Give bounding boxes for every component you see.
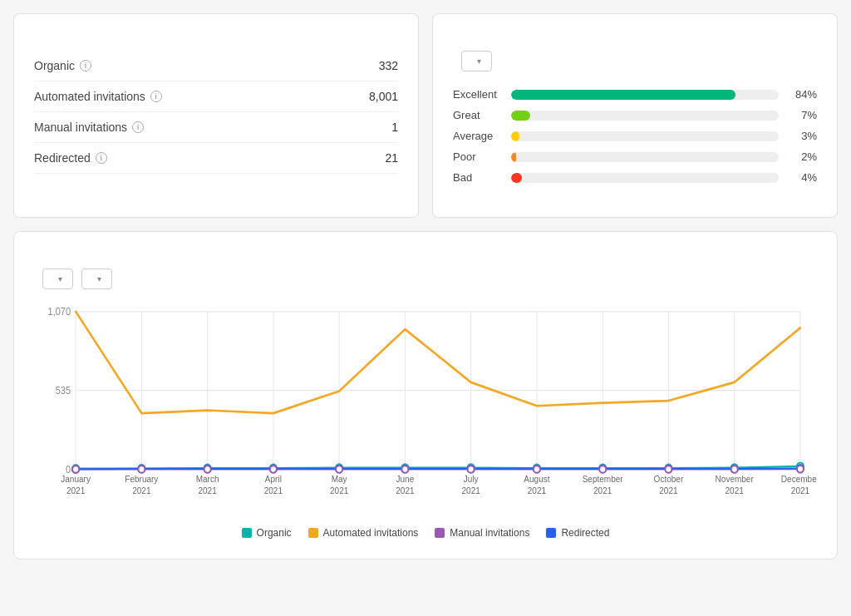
svg-point-53 — [797, 466, 804, 473]
svg-text:2021: 2021 — [593, 485, 612, 495]
star-filter-dropdown[interactable]: ▾ — [461, 51, 492, 71]
bar-fill — [511, 90, 735, 100]
svg-text:April: April — [265, 474, 282, 483]
chevron-down-icon: ▾ — [477, 57, 481, 66]
bar-track — [511, 90, 779, 100]
table-row: Redirected i 21 — [34, 143, 398, 174]
legend-color — [546, 528, 556, 538]
bar-fill — [511, 131, 519, 141]
table-row: Manual invitations i 1 — [34, 112, 398, 143]
svg-text:September: September — [583, 474, 623, 483]
star-bar-row: Bad 4% — [453, 171, 817, 184]
svg-text:2021: 2021 — [330, 485, 348, 495]
svg-text:August: August — [524, 474, 549, 483]
svg-text:535: 535 — [56, 386, 71, 396]
svg-point-52 — [731, 466, 738, 473]
total-value — [331, 174, 398, 198]
bar-pct: 7% — [787, 109, 817, 121]
legend-item: Organic — [242, 527, 292, 539]
svg-text:2021: 2021 — [528, 485, 546, 495]
legend-item: Manual invitations — [435, 527, 529, 539]
svg-point-49 — [534, 466, 540, 473]
bar-pct: 3% — [787, 130, 817, 142]
svg-point-42 — [72, 466, 79, 473]
svg-point-46 — [336, 466, 342, 473]
svg-text:2021: 2021 — [462, 485, 480, 495]
star-label: Average — [453, 130, 503, 142]
bar-fill — [511, 173, 522, 183]
bar-pct: 84% — [787, 88, 817, 101]
bar-fill — [511, 152, 516, 162]
svg-text:February: February — [125, 474, 159, 483]
bar-track — [511, 131, 779, 141]
svg-text:2021: 2021 — [726, 485, 744, 495]
source-value: 8,001 — [331, 81, 398, 112]
source-label: Automated invitations — [34, 90, 145, 103]
legend-label: Automated invitations — [323, 527, 419, 539]
legend-color — [242, 528, 252, 538]
star-bar-row: Average 3% — [453, 130, 817, 142]
review-sources-card: Organic i 332 Automated invitations i 8,… — [13, 13, 419, 218]
svg-text:2021: 2021 — [198, 485, 216, 495]
table-row: Organic i 332 — [34, 51, 398, 81]
legend-label: Manual invitations — [450, 527, 529, 539]
svg-text:2021: 2021 — [791, 485, 809, 495]
svg-point-51 — [665, 466, 671, 473]
legend-color — [435, 528, 445, 538]
svg-text:July: July — [464, 474, 480, 483]
svg-text:May: May — [332, 474, 348, 483]
source-value: 21 — [331, 143, 398, 174]
review-sources-table: Organic i 332 Automated invitations i 8,… — [34, 51, 398, 197]
star-label: Bad — [453, 171, 503, 184]
star-bar-row: Excellent 84% — [453, 88, 817, 101]
chevron-down-icon-2: ▾ — [97, 274, 101, 283]
svg-text:2021: 2021 — [396, 485, 414, 495]
source-value: 332 — [331, 51, 398, 81]
legend-item: Redirected — [546, 527, 609, 539]
star-bar-row: Great 7% — [453, 109, 817, 121]
total-label — [34, 174, 331, 198]
info-icon[interactable]: i — [150, 91, 162, 102]
star-bar-row: Poor 2% — [453, 150, 817, 163]
bar-pct: 4% — [787, 171, 817, 184]
svg-text:March: March — [196, 474, 219, 483]
svg-text:2021: 2021 — [66, 485, 85, 495]
star-label: Great — [453, 109, 503, 121]
bar-track — [511, 111, 779, 121]
svg-point-48 — [468, 466, 475, 473]
legend-label: Redirected — [561, 527, 609, 539]
star-label: Poor — [453, 150, 503, 163]
info-icon[interactable]: i — [132, 121, 144, 133]
legend-color — [308, 528, 318, 538]
chart-legend: Organic Automated invitations Manual inv… — [34, 527, 817, 539]
info-icon[interactable]: i — [80, 60, 91, 71]
source-filter-dropdown[interactable]: ▾ — [81, 269, 112, 289]
svg-text:October: October — [654, 474, 684, 483]
chevron-down-icon-1: ▾ — [58, 274, 62, 283]
table-row: Automated invitations i 8,001 — [34, 81, 398, 112]
line-chart: 05351,070January2021February2021March202… — [34, 303, 817, 519]
svg-text:2021: 2021 — [264, 485, 283, 495]
svg-point-50 — [599, 466, 606, 473]
source-label: Redirected — [34, 151, 91, 165]
bar-fill — [511, 111, 530, 121]
svg-text:0: 0 — [66, 464, 71, 474]
svg-text:June: June — [396, 474, 415, 483]
svg-point-43 — [138, 466, 145, 473]
svg-point-45 — [270, 466, 277, 473]
legend-label: Organic — [257, 527, 292, 539]
svg-point-44 — [204, 466, 211, 473]
total-row — [34, 174, 398, 198]
source-label: Manual invitations — [34, 121, 127, 134]
svg-text:2021: 2021 — [132, 485, 150, 495]
info-icon[interactable]: i — [96, 152, 107, 164]
svg-text:1,070: 1,070 — [48, 307, 71, 317]
svg-text:December: December — [781, 474, 817, 483]
bar-track — [511, 152, 779, 162]
bar-track — [511, 173, 779, 183]
svg-point-47 — [401, 466, 408, 473]
bar-pct: 2% — [787, 150, 817, 163]
star-rating-filter-dropdown[interactable]: ▾ — [42, 269, 73, 289]
star-label: Excellent — [453, 88, 503, 101]
star-distribution-card: ▾ Excellent 84% Great 7% Average 3% Poor… — [432, 13, 838, 218]
